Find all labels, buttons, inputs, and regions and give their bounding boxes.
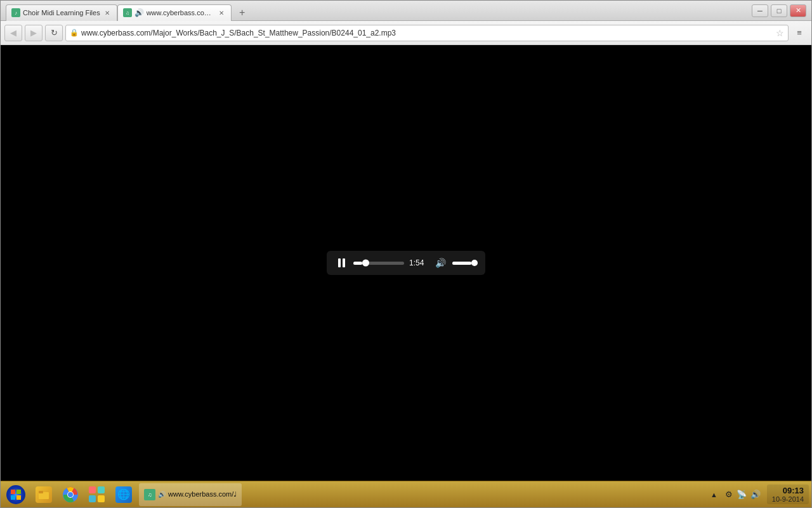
taskbar-right: ▲ ⚙ 📡 🔊 09:13 10-9-2014 bbox=[709, 485, 809, 504]
taskbar-tab-label: www.cyberbass.com/♩ bbox=[168, 490, 237, 498]
tab-2-favicon: ♫ bbox=[123, 8, 132, 17]
audio-player: 1:54 🔊 bbox=[327, 251, 485, 275]
svg-rect-1 bbox=[16, 490, 21, 494]
title-bar: ♪ Choir Midi Learning Files ✕ ♫ 🔊 www.cy… bbox=[1, 1, 811, 21]
svg-rect-5 bbox=[39, 491, 43, 493]
svg-rect-0 bbox=[11, 490, 15, 494]
pause-bar-right bbox=[343, 258, 345, 267]
address-bar-container[interactable]: 🔒 ☆ bbox=[65, 25, 789, 41]
tab-1-close[interactable]: ✕ bbox=[103, 8, 112, 17]
window-controls: ─ □ ✕ bbox=[752, 4, 806, 17]
apps-grid-icon bbox=[89, 486, 105, 503]
volume-button[interactable]: 🔊 bbox=[433, 256, 447, 270]
taskbar-active-browser[interactable]: ♫ 🔊 www.cyberbass.com/♩ bbox=[139, 483, 242, 506]
tab-1-label: Choir Midi Learning Files bbox=[23, 9, 100, 17]
menu-button[interactable]: ≡ bbox=[791, 25, 808, 41]
start-button[interactable] bbox=[3, 483, 29, 506]
tab-2[interactable]: ♫ 🔊 www.cyberbass.com/♩ ✕ bbox=[117, 4, 232, 21]
volume-icon: 🔊 bbox=[435, 258, 446, 268]
tab-1-favicon: ♪ bbox=[11, 8, 20, 17]
taskbar-internet[interactable]: 🌐 bbox=[111, 483, 136, 506]
windows-logo bbox=[6, 485, 25, 504]
folder-svg bbox=[38, 489, 49, 500]
nav-bar: ◀ ▶ ↻ 🔒 ☆ ≡ bbox=[1, 21, 811, 45]
clock[interactable]: 09:13 10-9-2014 bbox=[767, 485, 809, 504]
refresh-button[interactable]: ↻ bbox=[45, 25, 63, 41]
progress-fill bbox=[353, 262, 362, 265]
taskbar-apps-grid[interactable] bbox=[84, 483, 110, 506]
taskbar: 🌐 ♫ 🔊 www.cyberbass.com/♩ ▲ ⚙ 📡 🔊 09:13 bbox=[1, 481, 811, 507]
browser-content: 1:54 🔊 bbox=[1, 45, 811, 481]
back-button[interactable]: ◀ bbox=[4, 25, 22, 41]
tab-2-close[interactable]: ✕ bbox=[217, 8, 226, 17]
tab-bar: ♪ Choir Midi Learning Files ✕ ♫ 🔊 www.cy… bbox=[6, 1, 752, 21]
tray-volume-icon[interactable]: 🔊 bbox=[750, 490, 761, 499]
volume-track[interactable] bbox=[452, 262, 478, 265]
tray-icon-1[interactable]: ⚙ bbox=[725, 490, 733, 499]
chrome-icon bbox=[62, 486, 79, 503]
address-bar[interactable] bbox=[81, 29, 773, 37]
bookmark-button[interactable]: ☆ bbox=[776, 28, 784, 38]
taskbar-file-explorer[interactable] bbox=[31, 483, 56, 506]
volume-fill bbox=[452, 262, 471, 265]
tray-icon-2[interactable]: 📡 bbox=[737, 490, 747, 499]
progress-thumb bbox=[362, 260, 369, 267]
chrome-svg bbox=[62, 486, 79, 503]
svg-point-8 bbox=[68, 492, 73, 497]
taskbar-chrome[interactable] bbox=[58, 483, 83, 506]
windows-logo-svg bbox=[10, 489, 22, 500]
tray-overflow-button[interactable]: ▲ bbox=[709, 491, 719, 498]
audio-playing-icon: 🔊 bbox=[134, 8, 144, 17]
tab-2-label: www.cyberbass.com/♩ bbox=[147, 9, 214, 17]
minimize-button[interactable]: ─ bbox=[752, 4, 768, 17]
close-button[interactable]: ✕ bbox=[790, 4, 806, 17]
browser-window: ♪ Choir Midi Learning Files ✕ ♫ 🔊 www.cy… bbox=[0, 0, 812, 508]
clock-date: 10-9-2014 bbox=[772, 495, 804, 503]
new-tab-button[interactable]: + bbox=[234, 4, 251, 21]
svg-rect-3 bbox=[16, 495, 21, 500]
pause-bar-left bbox=[338, 258, 341, 267]
tab-1[interactable]: ♪ Choir Midi Learning Files ✕ bbox=[6, 4, 117, 21]
forward-button[interactable]: ▶ bbox=[25, 25, 43, 41]
address-bar-lock-icon: 🔒 bbox=[70, 29, 79, 37]
progress-track[interactable] bbox=[353, 262, 404, 265]
taskbar-audio-icon: 🔊 bbox=[158, 491, 166, 498]
taskbar-browser-icon: ♫ bbox=[144, 489, 155, 500]
svg-rect-2 bbox=[11, 495, 15, 500]
pause-button[interactable] bbox=[334, 256, 348, 270]
maximize-button[interactable]: □ bbox=[771, 4, 787, 17]
taskbar-apps: 🌐 bbox=[31, 483, 136, 506]
time-display: 1:54 bbox=[409, 258, 428, 267]
volume-thumb bbox=[471, 260, 478, 266]
pause-icon bbox=[338, 258, 345, 267]
clock-time: 09:13 bbox=[772, 486, 804, 495]
file-explorer-icon bbox=[36, 486, 52, 503]
tray-icons: ⚙ 📡 🔊 bbox=[720, 490, 766, 499]
internet-icon: 🌐 bbox=[115, 486, 132, 503]
